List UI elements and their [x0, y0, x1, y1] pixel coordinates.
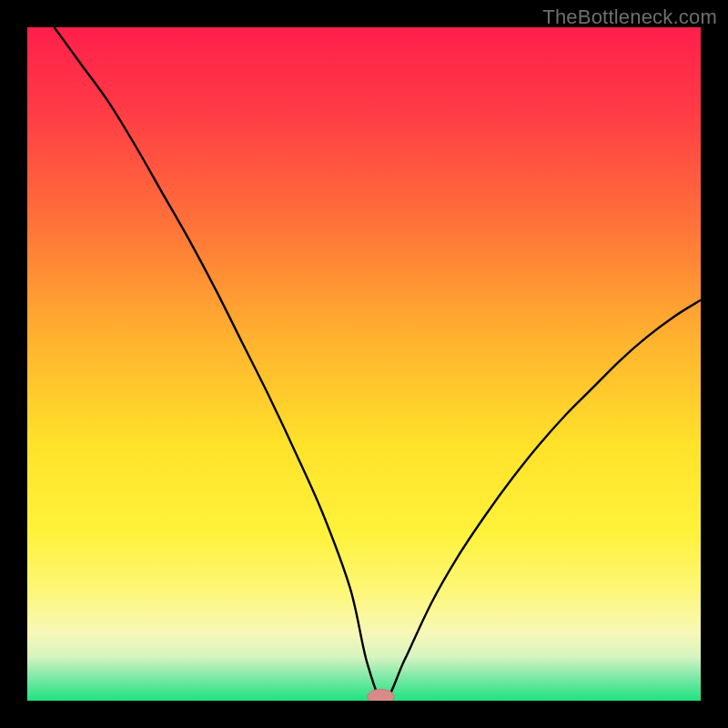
plot-area: [27, 27, 701, 701]
gradient-background: [27, 27, 701, 701]
watermark-text: TheBottleneck.com: [542, 5, 717, 29]
chart-frame: TheBottleneck.com: [0, 0, 728, 728]
chart-svg: [27, 27, 701, 701]
optimum-marker: [368, 689, 395, 701]
